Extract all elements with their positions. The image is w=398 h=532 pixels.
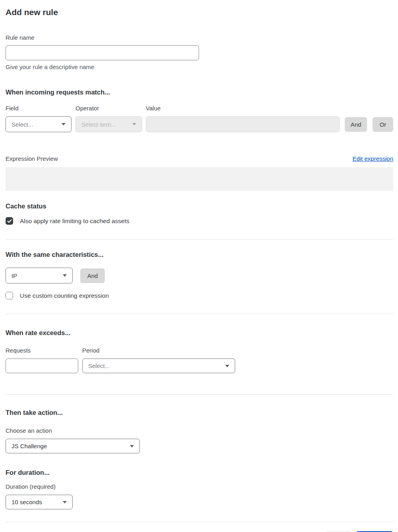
expression-preview-box <box>6 167 393 191</box>
period-select-value: Select... <box>88 362 110 369</box>
page-title: Add new rule <box>6 8 393 17</box>
period-label: Period <box>82 347 235 354</box>
field-label: Field <box>6 105 71 112</box>
action-select-value: JS Challenge <box>12 443 47 449</box>
chevron-down-icon <box>225 365 229 367</box>
value-input[interactable] <box>146 116 340 132</box>
rule-name-label: Rule name <box>6 34 393 41</box>
chevron-down-icon <box>132 123 136 125</box>
and-button[interactable]: And <box>345 117 367 132</box>
duration-heading: For duration... <box>6 468 393 476</box>
cached-assets-checkbox[interactable] <box>6 217 13 225</box>
action-select[interactable]: JS Challenge <box>6 439 140 453</box>
custom-counting-checkbox-label: Use custom counting expression <box>20 292 109 299</box>
requests-input[interactable] <box>6 359 78 373</box>
value-label: Value <box>146 105 340 112</box>
chevron-down-icon <box>63 501 67 503</box>
edit-expression-link[interactable]: Edit expression <box>352 155 393 162</box>
field-select-value: Select... <box>12 121 33 128</box>
section-divider <box>6 394 393 395</box>
choose-action-label: Choose an action <box>6 427 393 434</box>
add-rule-form: Add new rule Rule name Give your rule a … <box>0 8 398 532</box>
custom-counting-checkbox[interactable] <box>6 292 13 299</box>
checkmark-icon <box>7 219 12 223</box>
action-heading: Then take action... <box>6 409 393 416</box>
rate-heading: When rate exceeds... <box>6 329 393 337</box>
requests-label: Requests <box>6 347 78 354</box>
operator-label: Operator <box>75 105 142 112</box>
footer-divider <box>6 522 393 522</box>
characteristic-select-value: IP <box>12 272 17 279</box>
match-builder-row: Field Select... Operator Select item... … <box>6 105 393 132</box>
chevron-down-icon <box>130 445 134 447</box>
characteristics-and-button[interactable]: And <box>80 268 105 283</box>
section-divider <box>6 239 393 240</box>
cache-status-heading: Cache status <box>6 202 393 210</box>
cached-assets-checkbox-label: Also apply rate limiting to cached asset… <box>20 218 129 225</box>
operator-select[interactable]: Select item... <box>75 116 142 132</box>
rule-name-helper: Give your rule a descriptive name <box>6 64 393 71</box>
chevron-down-icon <box>62 123 66 125</box>
duration-label: Duration (required) <box>6 483 393 490</box>
expression-preview-label: Expression Preview <box>6 155 58 162</box>
duration-select[interactable]: 10 seconds <box>6 495 73 509</box>
period-select[interactable]: Select... <box>82 359 235 373</box>
match-section-heading: When incoming requests match... <box>6 88 393 96</box>
duration-select-value: 10 seconds <box>12 499 42 505</box>
characteristic-select[interactable]: IP <box>6 268 73 283</box>
or-button[interactable]: Or <box>373 117 393 132</box>
section-divider <box>6 314 393 314</box>
chevron-down-icon <box>63 274 67 277</box>
characteristics-heading: With the same characteristics... <box>6 251 393 258</box>
rule-name-input[interactable] <box>6 45 199 60</box>
operator-select-value: Select item... <box>81 121 116 128</box>
field-select[interactable]: Select... <box>6 116 71 132</box>
